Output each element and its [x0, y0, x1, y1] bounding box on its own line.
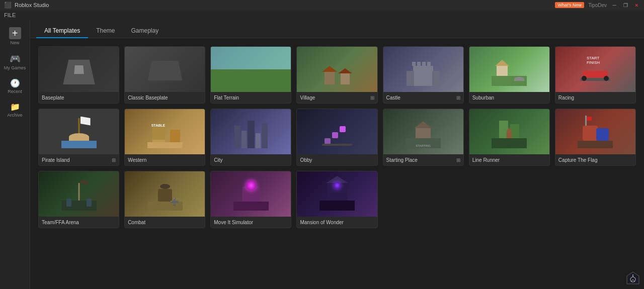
template-racing-name: Racing — [558, 95, 574, 101]
template-pirate-island[interactable]: Pirate Island ⊞ — [38, 109, 119, 166]
whats-new-badge[interactable]: What's New — [555, 2, 584, 8]
template-baseplate[interactable]: Baseplate — [38, 46, 119, 104]
templates-grid: Baseplate Classic Baseplate — [38, 46, 636, 228]
new-icon: + — [9, 27, 21, 39]
template-obby-name: Obby — [300, 157, 312, 163]
my-games-icon: 🎮 — [10, 53, 21, 64]
titlebar-left: ⬛ Roblox Studio — [4, 2, 49, 9]
minimize-button[interactable]: ─ — [611, 2, 618, 9]
template-line-runner[interactable]: Line Runner — [469, 109, 550, 166]
template-capture-the-flag[interactable]: Capture The Flag — [555, 109, 636, 166]
titlebar: ⬛ Roblox Studio What's New TipoDev ─ ❐ ✕ — [0, 0, 644, 10]
sidebar-archive-label: Archive — [7, 113, 22, 118]
template-mansion-of-wonder-name: Mansion of Wonder — [300, 220, 344, 225]
tabs-bar: All Templates Theme Gameplay — [30, 20, 644, 38]
template-flat-terrain[interactable]: Flat Terrain — [210, 46, 291, 104]
template-pirate-island-name: Pirate Island — [42, 157, 70, 163]
template-castle[interactable]: Castle ⊞ — [383, 46, 464, 104]
template-team-ffa-arena-name: Team/FFA Arena — [42, 220, 79, 225]
tipdev-badge: TipoDev — [588, 3, 607, 8]
template-western-name: Western — [128, 157, 146, 163]
tab-gameplay[interactable]: Gameplay — [123, 24, 167, 38]
template-city[interactable]: City — [210, 109, 291, 166]
template-city-name: City — [214, 157, 222, 163]
template-combat[interactable]: ➕ Combat — [124, 171, 205, 228]
sidebar-my-games-label: My Games — [4, 65, 26, 70]
template-racing[interactable]: START FINISH Racing — [555, 46, 636, 104]
bottom-right-logo — [626, 271, 640, 285]
template-baseplate-name: Baseplate — [42, 95, 64, 101]
template-castle-name: Castle — [386, 95, 400, 101]
close-button[interactable]: ✕ — [633, 2, 640, 9]
template-move-it-simulator[interactable]: Move It Simulator — [210, 171, 291, 228]
template-starting-place-badge: ⊞ — [456, 157, 460, 163]
file-menu[interactable]: FILE — [4, 12, 16, 18]
template-classic-baseplate[interactable]: Classic Baseplate — [124, 46, 205, 104]
template-starting-place[interactable]: STARTING Starting Place ⊞ — [383, 109, 464, 166]
restore-button[interactable]: ❐ — [622, 2, 629, 9]
template-line-runner-name: Line Runner — [472, 157, 500, 163]
sidebar-item-my-games[interactable]: 🎮 My Games — [2, 50, 29, 73]
template-suburban[interactable]: Suburban — [469, 46, 550, 104]
app-title: Roblox Studio — [15, 2, 49, 8]
template-western[interactable]: STABLE Western — [124, 109, 205, 166]
template-obby[interactable]: Obby — [296, 109, 377, 166]
template-village[interactable]: Village ⊞ — [296, 46, 377, 104]
template-move-it-simulator-name: Move It Simulator — [214, 220, 253, 225]
template-suburban-name: Suburban — [472, 95, 494, 101]
archive-icon: 📁 — [10, 102, 20, 112]
titlebar-right: What's New TipoDev ─ ❐ ✕ — [555, 2, 640, 9]
content-area: All Templates Theme Gameplay — [30, 20, 644, 289]
template-mansion-of-wonder[interactable]: Mansion of Wonder — [296, 171, 377, 228]
tab-theme[interactable]: Theme — [88, 24, 123, 38]
template-village-badge: ⊞ — [370, 95, 374, 101]
sidebar-item-new[interactable]: + New — [2, 24, 29, 48]
tab-all-templates[interactable]: All Templates — [36, 24, 88, 38]
template-pirate-island-badge: ⊞ — [112, 157, 116, 163]
sidebar-item-recent[interactable]: 🕐 Recent — [2, 75, 29, 97]
template-starting-place-name: Starting Place — [386, 157, 418, 163]
sidebar: + New 🎮 My Games 🕐 Recent 📁 Archive — [0, 20, 30, 289]
roblox-logo-icon: ⬛ — [4, 2, 12, 9]
sidebar-new-label: New — [10, 40, 19, 45]
templates-grid-area: Baseplate Classic Baseplate — [30, 38, 644, 289]
template-team-ffa-arena[interactable]: Team/FFA Arena — [38, 171, 119, 228]
template-classic-baseplate-name: Classic Baseplate — [128, 95, 168, 101]
template-castle-badge: ⊞ — [456, 95, 460, 101]
recent-icon: 🕐 — [10, 78, 20, 88]
template-capture-the-flag-name: Capture The Flag — [558, 157, 598, 163]
template-flat-terrain-name: Flat Terrain — [214, 95, 239, 101]
main-layout: + New 🎮 My Games 🕐 Recent 📁 Archive All … — [0, 20, 644, 289]
template-combat-name: Combat — [128, 220, 145, 225]
template-village-name: Village — [300, 95, 315, 101]
sidebar-recent-label: Recent — [8, 89, 22, 94]
menubar: FILE — [0, 10, 644, 20]
sidebar-item-archive[interactable]: 📁 Archive — [2, 99, 29, 121]
